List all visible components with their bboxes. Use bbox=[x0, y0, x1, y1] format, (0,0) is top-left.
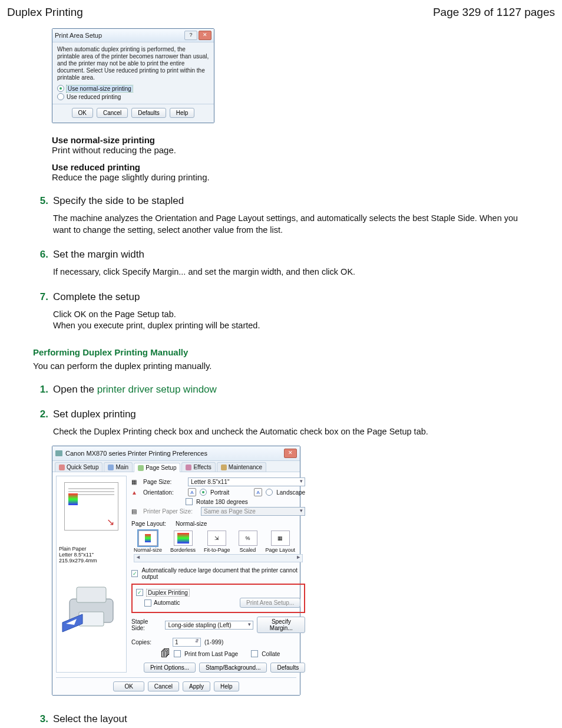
page-icon: ▦ bbox=[131, 479, 140, 485]
preview-size: Letter 8.5"x11" 215.9x279.4mm bbox=[59, 552, 124, 564]
collate-checkbox[interactable]: Collate bbox=[262, 651, 280, 657]
tab-label: Effects bbox=[193, 464, 211, 470]
help-button[interactable]: Help bbox=[214, 681, 239, 691]
section-heading: Performing Duplex Printing Manually bbox=[33, 347, 555, 357]
layout-label: Borderless bbox=[170, 547, 196, 553]
radio-icon bbox=[57, 85, 64, 92]
section-body: You can perform the duplex printing manu… bbox=[33, 361, 555, 371]
tab-maintenance[interactable]: Maintenance bbox=[217, 462, 266, 472]
step-body-7a: Click OK on the Page Setup tab. bbox=[53, 309, 536, 321]
cancel-button[interactable]: Cancel bbox=[97, 108, 128, 118]
help-button[interactable]: Help bbox=[170, 108, 195, 118]
step-title-m3: Select the layout bbox=[53, 713, 127, 725]
rotate-checkbox[interactable]: Rotate 180 degrees bbox=[196, 499, 248, 505]
step-title-m2: Set duplex printing bbox=[53, 409, 136, 420]
radio-normal-label: Use normal-size printing bbox=[67, 85, 133, 92]
step-number-m2: 2. bbox=[34, 409, 48, 420]
radio-icon bbox=[200, 489, 207, 496]
tab-main[interactable]: Main bbox=[104, 462, 133, 472]
defaults-button[interactable]: Defaults bbox=[270, 663, 305, 673]
step-body-6: If necessary, click Specify Margin... an… bbox=[53, 266, 536, 278]
tab-page-setup[interactable]: Page Setup bbox=[134, 463, 180, 472]
auto-reduce-checkbox[interactable]: Automatically reduce large document that… bbox=[141, 567, 305, 580]
radio-normal-size[interactable]: Use normal-size printing bbox=[57, 85, 209, 92]
print-from-last-checkbox[interactable]: Print from Last Page bbox=[184, 651, 238, 657]
layout-normal[interactable]: Normal-size bbox=[134, 531, 162, 553]
layout-fit[interactable]: ⇲Fit-to-Page bbox=[204, 531, 230, 553]
page-size-combo[interactable]: Letter 8.5"x11" bbox=[188, 477, 305, 486]
layout-label: Scaled bbox=[240, 547, 256, 553]
layout-scaled[interactable]: %Scaled bbox=[239, 531, 257, 553]
preview-printer-image bbox=[59, 581, 124, 634]
preview-panel: ↘ Plain Paper Letter 8.5"x11" 215.9x279.… bbox=[56, 476, 127, 673]
tab-bar: Quick Setup Main Page Setup Effects Main… bbox=[52, 461, 300, 472]
highlighted-duplex-area: ✓ Duplex Printing Automatic Print Area S… bbox=[131, 584, 305, 613]
tab-icon bbox=[138, 465, 144, 471]
portrait-icon: A bbox=[188, 488, 196, 496]
specify-margin-button[interactable]: Specify Margin... bbox=[257, 617, 305, 633]
help-icon[interactable]: ? bbox=[184, 31, 197, 40]
print-options-button[interactable]: Print Options... bbox=[144, 663, 196, 673]
layout-label: Fit-to-Page bbox=[204, 547, 230, 553]
tab-quick-setup[interactable]: Quick Setup bbox=[55, 462, 103, 472]
landscape-icon: A bbox=[254, 488, 262, 496]
option-reduced-title: Use reduced printing bbox=[52, 162, 555, 172]
step-title-5: Specify the side to be stapled bbox=[53, 195, 184, 207]
step-body-m2: Check the Duplex Printing check box and … bbox=[53, 426, 536, 438]
dialog2-titlebar: Canon MX870 series Printer Printing Pref… bbox=[52, 446, 300, 461]
checkbox-icon bbox=[174, 650, 181, 657]
copies-spinner[interactable]: 1 bbox=[173, 638, 201, 647]
tab-label: Main bbox=[115, 464, 128, 470]
stamp-background-button[interactable]: Stamp/Background... bbox=[199, 663, 267, 673]
layout-pagelayout[interactable]: ▦Page Layout bbox=[266, 531, 296, 553]
checkbox-icon: ✓ bbox=[131, 570, 138, 577]
printer-driver-link[interactable]: printer driver setup window bbox=[97, 384, 217, 395]
printer-paper-size-label: Printer Paper Size: bbox=[143, 508, 197, 515]
staple-side-label: Staple Side: bbox=[131, 618, 161, 631]
checkbox-icon bbox=[251, 650, 258, 657]
radio-icon bbox=[266, 489, 273, 496]
print-area-setup-dialog: Print Area Setup ? ✕ When automatic dupl… bbox=[52, 28, 214, 123]
copies-range: (1-999) bbox=[204, 639, 223, 645]
ok-button[interactable]: OK bbox=[113, 681, 144, 691]
tab-icon bbox=[108, 465, 114, 470]
layout-borderless[interactable]: Borderless bbox=[170, 531, 196, 553]
duplex-printing-checkbox[interactable]: Duplex Printing bbox=[147, 589, 189, 596]
automatic-checkbox[interactable]: Automatic bbox=[154, 599, 180, 606]
layout-label: Normal-size bbox=[134, 547, 162, 553]
landscape-radio[interactable]: Landscape bbox=[276, 489, 305, 496]
ok-button[interactable]: OK bbox=[72, 108, 93, 118]
tab-icon bbox=[186, 465, 191, 470]
tab-label: Quick Setup bbox=[67, 464, 98, 470]
page-title: Duplex Printing bbox=[7, 6, 83, 19]
step-text-m1: Open the bbox=[53, 384, 97, 395]
close-icon[interactable]: ✕ bbox=[284, 449, 297, 458]
tab-effects[interactable]: Effects bbox=[181, 462, 215, 472]
copies-icon: 🗐 bbox=[161, 648, 170, 659]
checkbox-icon bbox=[144, 599, 151, 607]
tab-icon bbox=[221, 465, 227, 470]
tab-label: Maintenance bbox=[229, 464, 262, 470]
layout-options: Normal-size Borderless ⇲Fit-to-Page %Sca… bbox=[131, 531, 305, 553]
radio-reduced[interactable]: Use reduced printing bbox=[57, 93, 209, 100]
step-title-6: Set the margin width bbox=[53, 249, 144, 261]
dialog-titlebar: Print Area Setup ? ✕ bbox=[52, 29, 214, 42]
page-layout-label: Page Layout: bbox=[131, 521, 166, 527]
dialog-description: When automatic duplex printing is perfor… bbox=[57, 46, 209, 81]
paper-icon: ▤ bbox=[131, 508, 140, 515]
staple-side-combo[interactable]: Long-side stapling (Left) bbox=[165, 621, 253, 630]
arrow-icon: ↘ bbox=[107, 516, 114, 528]
close-icon[interactable]: ✕ bbox=[199, 31, 211, 40]
layout-scrollbar[interactable] bbox=[134, 554, 303, 562]
defaults-button[interactable]: Defaults bbox=[131, 108, 166, 118]
option-normal-title: Use normal-size printing bbox=[52, 135, 555, 145]
apply-button[interactable]: Apply bbox=[183, 681, 210, 691]
copies-label: Copies: bbox=[131, 639, 169, 645]
portrait-radio[interactable]: Portrait bbox=[210, 489, 229, 496]
step-title-7: Complete the setup bbox=[53, 291, 140, 303]
cancel-button[interactable]: Cancel bbox=[148, 681, 179, 691]
orientation-label: Orientation: bbox=[143, 489, 184, 496]
printer-icon bbox=[55, 450, 62, 456]
preview-media: Plain Paper bbox=[59, 546, 124, 552]
option-normal-body: Print without reducing the page. bbox=[52, 145, 555, 155]
